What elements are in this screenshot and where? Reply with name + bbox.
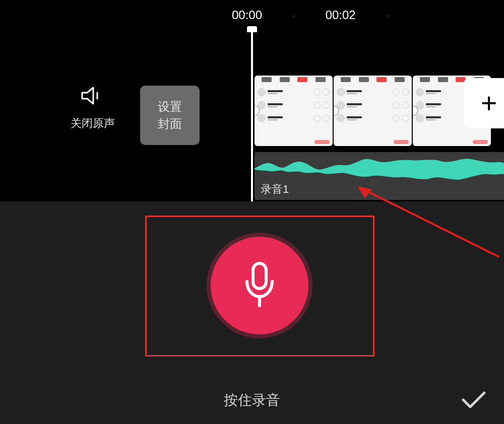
checkmark-icon (461, 390, 486, 410)
time-label-start: 00:00 (232, 8, 262, 22)
plus-icon: + (481, 89, 497, 117)
record-button[interactable] (211, 237, 308, 334)
time-ruler: 00:00 · 00:02 · (0, 0, 504, 30)
add-clip-button[interactable]: + (464, 78, 504, 128)
waveform-icon (255, 152, 504, 185)
record-hint-label: 按住录音 (224, 391, 280, 410)
cover-label-line2: 封面 (158, 115, 182, 132)
record-section: 按住录音 (0, 201, 504, 424)
microphone-icon (242, 260, 277, 311)
cover-label-line1: 设置 (158, 98, 182, 115)
mute-original-sound-button[interactable]: 关闭原声 (71, 86, 115, 131)
timeline-section: 00:00 · 00:02 · 关闭原声 设置 封面 (0, 0, 504, 201)
time-tick: · (386, 10, 389, 21)
audio-track-label: 录音1 (261, 182, 289, 197)
audio-track[interactable]: 录音1 (255, 152, 504, 200)
time-tick: · (292, 10, 295, 21)
video-clip[interactable] (255, 76, 333, 146)
svg-rect-3 (253, 263, 266, 289)
confirm-button[interactable] (459, 385, 489, 415)
playhead[interactable] (251, 30, 253, 201)
video-clip[interactable] (334, 76, 412, 146)
mute-label: 关闭原声 (71, 116, 115, 131)
time-label-mid: 00:02 (326, 8, 356, 22)
speaker-icon (80, 86, 105, 106)
set-cover-button[interactable]: 设置 封面 (140, 86, 200, 145)
